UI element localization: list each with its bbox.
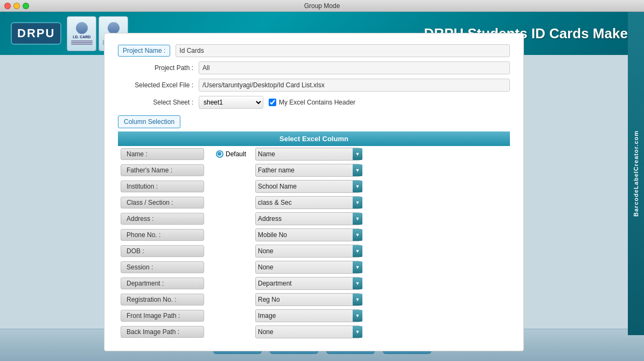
field-label: Registration No. :	[121, 294, 204, 306]
field-label: Front Image Path :	[121, 310, 204, 322]
project-path-input[interactable]	[199, 61, 510, 74]
column-dropdown[interactable]: Reg No	[255, 293, 360, 306]
project-name-row: Project Name :	[118, 44, 510, 57]
dropdown-wrapper: Address	[255, 212, 366, 225]
dropdown-wrapper: Mobile No	[255, 228, 366, 241]
field-label: Department :	[121, 277, 204, 289]
table-row: Name :DefaultName	[118, 146, 510, 162]
field-label: Back Image Path :	[121, 326, 204, 338]
column-dropdown[interactable]: None	[255, 261, 360, 274]
field-label: Phone No. :	[121, 229, 204, 241]
table-row: Phone No. :Mobile No	[118, 227, 510, 243]
side-banner: BarcodeLabelCreator.com	[628, 12, 644, 335]
project-name-label: Project Name :	[118, 45, 170, 57]
header-checkbox-text: My Excel Contains Header	[279, 99, 355, 106]
drpu-logo: DRPU	[11, 22, 61, 45]
column-dropdown[interactable]: None	[255, 245, 360, 258]
sheet-select[interactable]: sheet1	[199, 96, 263, 109]
column-dropdown[interactable]: Image	[255, 309, 360, 322]
title-bar: Group Mode	[0, 0, 644, 12]
dropdown-wrapper: class & Sec	[255, 196, 366, 209]
dropdown-wrapper: None	[255, 245, 366, 258]
side-banner-text: BarcodeLabelCreator.com	[633, 130, 639, 217]
table-row: Back Image Path :None	[118, 324, 510, 340]
dropdown-wrapper: Name	[255, 148, 366, 161]
column-dropdown[interactable]: Name	[255, 148, 360, 161]
main-content: Project Name : Project Path : Selected E…	[0, 55, 644, 329]
field-label: Session :	[121, 261, 204, 273]
excel-column-header: Select Excel Column	[118, 131, 510, 146]
dropdown-wrapper: None	[255, 325, 366, 338]
form-panel: Project Name : Project Path : Selected E…	[104, 33, 524, 351]
drpu-logo-text: DRPU	[17, 26, 55, 40]
project-path-row: Project Path :	[118, 61, 510, 74]
column-selection-header: Column Selection	[118, 113, 510, 131]
table-row: Front Image Path :Image	[118, 308, 510, 324]
table-row: Father's Name :Father name	[118, 162, 510, 178]
excel-file-input[interactable]	[199, 79, 510, 92]
field-label: Class / Section :	[121, 197, 204, 209]
radio-label: Default	[226, 150, 246, 158]
card-photo-icon	[76, 22, 88, 34]
table-row: Registration No. :Reg No	[118, 291, 510, 308]
window-controls[interactable]	[4, 3, 29, 9]
field-label: Address :	[121, 213, 204, 225]
excel-file-row: Selected Excel File :	[118, 79, 510, 92]
column-dropdown[interactable]: Address	[255, 212, 360, 225]
project-name-input[interactable]	[176, 44, 510, 57]
table-row: Address :Address	[118, 211, 510, 227]
field-label: DOB :	[121, 245, 204, 257]
window-title: Group Mode	[304, 2, 340, 10]
dropdown-wrapper: Department	[255, 277, 366, 290]
column-dropdown[interactable]: School Name	[255, 180, 360, 193]
field-label: Father's Name :	[121, 164, 204, 176]
column-dropdown[interactable]: Father name	[255, 164, 360, 177]
close-window-button[interactable]	[4, 3, 11, 9]
project-path-label: Project Path :	[118, 64, 199, 72]
minimize-window-button[interactable]	[13, 3, 20, 9]
column-dropdown[interactable]: Department	[255, 277, 360, 290]
excel-file-label: Selected Excel File :	[118, 81, 199, 89]
column-selection-label: Column Selection	[118, 115, 180, 128]
table-row: DOB :None	[118, 243, 510, 259]
card-photo-icon-2	[108, 22, 120, 34]
table-row: Department :Department	[118, 275, 510, 291]
column-dropdown[interactable]: Mobile No	[255, 228, 360, 241]
radio-default[interactable]: Default	[212, 150, 250, 158]
column-dropdown[interactable]: None	[255, 325, 360, 338]
dropdown-wrapper: Image	[255, 309, 366, 322]
table-row: Session :None	[118, 259, 510, 275]
table-row: Class / Section :class & Sec	[118, 195, 510, 211]
field-label: Name :	[121, 148, 204, 160]
dropdown-wrapper: School Name	[255, 180, 366, 193]
radio-dot-icon	[216, 150, 223, 158]
dropdown-wrapper: Father name	[255, 164, 366, 177]
field-label: Institution :	[121, 180, 204, 192]
column-table: Select Excel Column Name :DefaultNameFat…	[118, 131, 510, 340]
table-row: Institution :School Name	[118, 178, 510, 195]
header-checkbox-label[interactable]: My Excel Contains Header	[269, 99, 355, 106]
dropdown-wrapper: Reg No	[255, 293, 366, 306]
select-sheet-label: Select Sheet :	[118, 99, 199, 106]
select-sheet-row: Select Sheet : sheet1 My Excel Contains …	[118, 96, 510, 109]
id-card-box-1: I.D. CARD	[67, 16, 96, 51]
dropdown-wrapper: None	[255, 261, 366, 274]
header-checkbox[interactable]	[269, 99, 276, 106]
maximize-window-button[interactable]	[23, 3, 29, 9]
column-dropdown[interactable]: class & Sec	[255, 196, 360, 209]
